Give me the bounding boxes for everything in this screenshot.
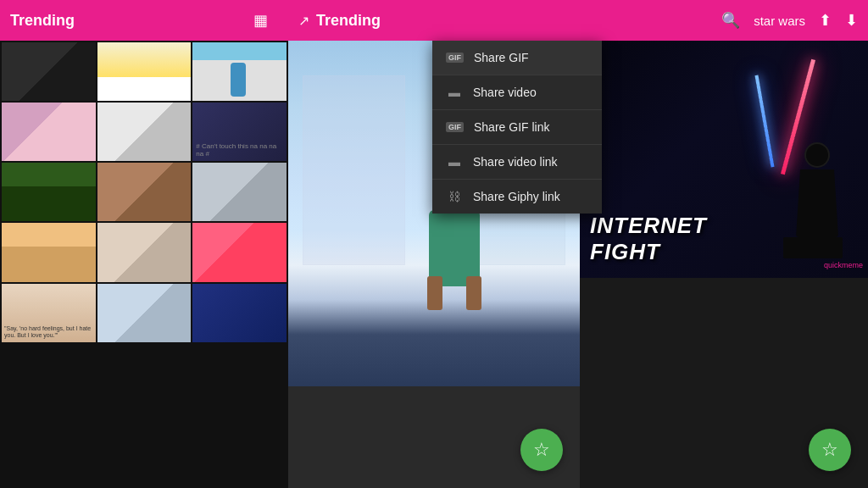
main-content: # Can't touch this na na na na # "Say, '… [0, 41, 868, 488]
top-navigation: Trending ▦ ↗ Trending 🔍 star wars ⬆ ⬇ [0, 0, 868, 41]
gif-link-icon: GIF [446, 122, 464, 132]
trending-arrow-icon: ↗ [298, 13, 309, 29]
nav-right-section: 🔍 star wars ⬆ ⬇ [711, 11, 868, 30]
video-link-icon: ▬ [446, 155, 463, 169]
nav-center-section: ↗ Trending [288, 12, 711, 30]
share-dropdown-menu: GIF Share GIF ▬ Share video GIF Share GI… [432, 41, 602, 214]
gif-icon: GIF [446, 53, 464, 63]
search-query[interactable]: star wars [754, 14, 805, 28]
share-icon[interactable]: ⬆ [819, 11, 832, 30]
link-icon: ⛓ [446, 190, 463, 203]
share-giphy-link-label: Share Giphy link [473, 190, 560, 203]
share-gif-link-label: Share GIF link [474, 120, 549, 134]
download-icon[interactable]: ⬇ [845, 11, 858, 30]
share-video-link-label: Share video link [473, 155, 558, 169]
share-giphy-link-option[interactable]: ⛓ Share Giphy link [432, 180, 602, 214]
search-icon[interactable]: 🔍 [721, 11, 740, 30]
grid-icon[interactable]: ▦ [253, 11, 268, 30]
share-video-label: Share video [473, 86, 537, 99]
share-gif-link-option[interactable]: GIF Share GIF link [432, 110, 602, 145]
share-video-link-option[interactable]: ▬ Share video link [432, 145, 602, 180]
dropdown-overlay[interactable]: GIF Share GIF ▬ Share video GIF Share GI… [0, 41, 868, 488]
trending-label: Trending [316, 12, 381, 30]
share-gif-option[interactable]: GIF Share GIF [432, 41, 602, 75]
video-icon: ▬ [446, 86, 463, 99]
share-video-option[interactable]: ▬ Share video [432, 75, 602, 110]
share-gif-label: Share GIF [474, 51, 529, 64]
nav-left-section: Trending ▦ [0, 11, 288, 30]
app-title: Trending [10, 12, 75, 30]
